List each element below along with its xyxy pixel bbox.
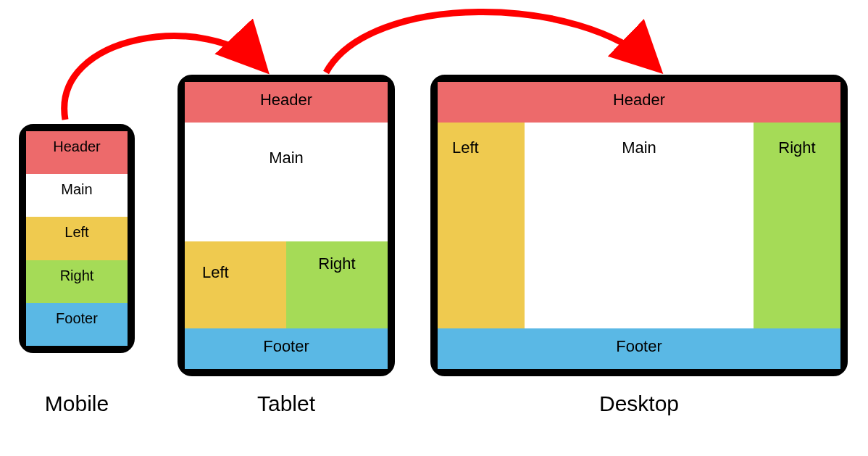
mobile-main-region: Main [26, 174, 128, 217]
mobile-right-region: Right [26, 260, 128, 303]
region-label: Main [622, 138, 656, 157]
desktop-right-region: Right [754, 123, 840, 328]
region-label: Right [60, 268, 94, 284]
mobile-device-frame: Header Main Left Right Footer [19, 124, 135, 353]
desktop-header-region: Header [438, 82, 840, 123]
region-label: Right [318, 254, 355, 273]
desktop-main-region: Main [525, 123, 754, 328]
tablet-footer-region: Footer [185, 328, 388, 369]
desktop-caption: Desktop [430, 391, 848, 416]
mobile-footer-region: Footer [26, 303, 128, 346]
region-label: Footer [56, 310, 98, 327]
region-label: Left [64, 224, 88, 241]
region-label: Header [260, 91, 312, 109]
region-label: Left [452, 138, 479, 157]
desktop-device-frame: Header Left Main Right Footer [430, 75, 848, 376]
tablet-caption: Tablet [178, 391, 395, 416]
region-label: Left [202, 263, 229, 282]
region-label: Main [269, 149, 304, 167]
tablet-right-region: Right [286, 241, 388, 328]
region-label: Footer [616, 337, 662, 356]
desktop-left-region: Left [438, 123, 525, 328]
region-label: Header [53, 138, 101, 155]
region-label: Right [778, 138, 815, 157]
mobile-header-region: Header [26, 131, 128, 174]
desktop-footer-region: Footer [438, 328, 840, 369]
tablet-main-region: Main [185, 123, 388, 241]
region-label: Footer [263, 337, 309, 356]
region-label: Main [61, 181, 92, 198]
responsive-layout-diagram: Header Main Left Right Footer Mobile Hea… [0, 0, 868, 456]
arrow-tablet-to-desktop [326, 12, 656, 72]
tablet-left-region: Left [185, 241, 286, 328]
mobile-left-region: Left [26, 217, 128, 260]
mobile-caption: Mobile [19, 391, 135, 416]
tablet-device-frame: Header Main Left Right Footer [178, 75, 395, 376]
region-label: Header [613, 91, 665, 109]
tablet-header-region: Header [185, 82, 388, 123]
